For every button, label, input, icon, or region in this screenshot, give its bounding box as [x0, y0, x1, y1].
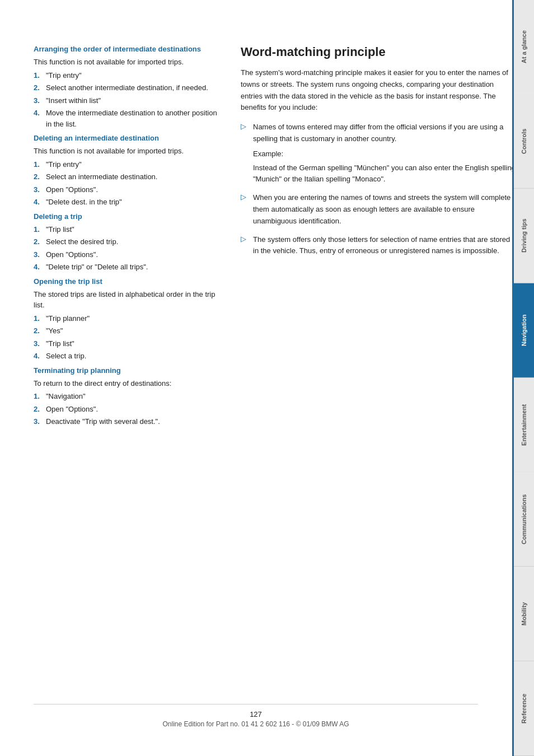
- step-text: "Navigation": [46, 391, 86, 402]
- step-text: Select another intermediate destination,…: [46, 82, 208, 94]
- step-num: 1.: [34, 70, 43, 81]
- step-num: 4.: [34, 351, 43, 362]
- step-num: 2.: [34, 404, 43, 415]
- section-terminating: Terminating trip planning To return to t…: [34, 366, 224, 427]
- steps-deleting-intermediate: 1."Trip entry" 2.Select an intermediate …: [34, 159, 224, 208]
- steps-arranging: 1."Trip entry" 2.Select another intermed…: [34, 70, 224, 130]
- bullet-item-3: ▷ The system offers only those letters f…: [241, 234, 517, 258]
- steps-terminating: 1."Navigation" 2.Open "Options". 3.Deact…: [34, 391, 224, 427]
- step-text: Deactivate "Trip with several dest.".: [46, 416, 160, 427]
- step-num: 3.: [34, 95, 43, 106]
- tab-label: Navigation: [521, 314, 527, 346]
- tab-communications[interactable]: Communications: [514, 472, 534, 567]
- tab-reference[interactable]: Reference: [514, 661, 534, 756]
- tab-at-a-glance[interactable]: At a glance: [514, 0, 534, 94]
- bullet-arrow-icon: ▷: [241, 235, 249, 243]
- tab-label: Communications: [521, 494, 527, 544]
- step-text: "Trip list": [46, 338, 74, 349]
- step-num: 3.: [34, 416, 43, 427]
- tab-label: Entertainment: [521, 404, 527, 445]
- step-text: "Trip list": [46, 224, 74, 235]
- step-num: 1.: [34, 391, 43, 402]
- step-num: 3.: [34, 184, 43, 195]
- sidebar-tabs: At a glance Controls Driving tips Naviga…: [514, 0, 534, 756]
- step-num: 4.: [34, 108, 43, 129]
- step-text: "Delete dest. in the trip": [46, 197, 122, 208]
- tab-driving-tips[interactable]: Driving tips: [514, 189, 534, 283]
- example-text: Instead of the German spelling "München"…: [253, 162, 517, 186]
- step-num: 2.: [34, 171, 43, 183]
- section-title-deleting-trip: Deleting a trip: [34, 212, 224, 221]
- step-text: Open "Options".: [46, 184, 98, 195]
- tab-label: Controls: [521, 128, 527, 153]
- bullet-text-3: The system offers only those letters for…: [253, 234, 517, 258]
- step-text: Open "Options".: [46, 249, 98, 260]
- bullet-item-2: ▷ When you are entering the names of tow…: [241, 192, 517, 227]
- tab-mobility[interactable]: Mobility: [514, 567, 534, 661]
- steps-opening-trip: 1."Trip planner" 2."Yes" 3."Trip list" 4…: [34, 313, 224, 362]
- tab-label: Driving tips: [521, 218, 527, 253]
- step-text: Select the desired trip.: [46, 236, 118, 248]
- list-item: 4.Select a trip.: [34, 351, 224, 362]
- section-body-opening-trip: The stored trips are listed in alphabeti…: [34, 289, 224, 311]
- step-text: "Yes": [46, 325, 63, 337]
- steps-deleting-trip: 1."Trip list" 2.Select the desired trip.…: [34, 224, 224, 273]
- list-item: 2.Select another intermediate destinatio…: [34, 82, 224, 94]
- section-arranging: Arranging the order of intermediate dest…: [34, 45, 224, 129]
- section-title-opening-trip: Opening the trip list: [34, 277, 224, 286]
- section-body-arranging: This function is not available for impor…: [34, 57, 224, 68]
- tab-entertainment[interactable]: Entertainment: [514, 378, 534, 473]
- list-item: 3.Deactivate "Trip with several dest.".: [34, 416, 224, 427]
- footer-text: Online Edition for Part no. 01 41 2 602 …: [34, 720, 478, 728]
- list-item: 4."Delete dest. in the trip": [34, 197, 224, 208]
- page-footer: 127 Online Edition for Part no. 01 41 2 …: [34, 704, 478, 739]
- step-text: "Trip entry": [46, 159, 82, 170]
- list-item: 2."Yes": [34, 325, 224, 337]
- list-item: 3.Open "Options".: [34, 184, 224, 195]
- step-num: 2.: [34, 82, 43, 94]
- section-title-terminating: Terminating trip planning: [34, 366, 224, 375]
- step-num: 4.: [34, 262, 43, 273]
- list-item: 2.Select an intermediate destination.: [34, 171, 224, 183]
- section-body-deleting-intermediate: This function is not available for impor…: [34, 146, 224, 157]
- list-item: 3."Trip list": [34, 338, 224, 349]
- section-deleting-intermediate: Deleting an intermediate destination Thi…: [34, 134, 224, 208]
- list-item: 1."Trip entry": [34, 70, 224, 81]
- list-item: 1."Trip list": [34, 224, 224, 235]
- section-deleting-trip: Deleting a trip 1."Trip list" 2.Select t…: [34, 212, 224, 273]
- step-num: 1.: [34, 313, 43, 324]
- list-item: 2.Open "Options".: [34, 404, 224, 415]
- tab-navigation[interactable]: Navigation: [514, 283, 534, 378]
- step-text: Move the intermediate destination to ano…: [46, 108, 224, 129]
- bullet-text-1: Names of towns entered may differ from t…: [253, 122, 517, 185]
- tab-label: At a glance: [521, 31, 527, 64]
- left-column: Arranging the order of intermediate dest…: [34, 45, 224, 722]
- step-num: 2.: [34, 236, 43, 248]
- section-title-arranging: Arranging the order of intermediate dest…: [34, 45, 224, 53]
- list-item: 1."Trip planner": [34, 313, 224, 324]
- right-column: Word-matching principle The system's wor…: [241, 45, 517, 722]
- step-text: Select a trip.: [46, 351, 86, 362]
- tab-label: Mobility: [521, 602, 527, 626]
- step-text: "Delete trip" or "Delete all trips".: [46, 262, 148, 273]
- tab-label: Reference: [521, 693, 527, 723]
- list-item: 2.Select the desired trip.: [34, 236, 224, 248]
- right-intro: The system's word-matching principle mak…: [241, 67, 517, 114]
- list-item: 1."Navigation": [34, 391, 224, 402]
- step-num: 4.: [34, 197, 43, 208]
- bullet-arrow-icon: ▷: [241, 122, 249, 130]
- section-title-deleting-intermediate: Deleting an intermediate destination: [34, 134, 224, 142]
- list-item: 4.Move the intermediate destination to a…: [34, 108, 224, 129]
- list-item: 4."Delete trip" or "Delete all trips".: [34, 262, 224, 273]
- right-heading: Word-matching principle: [241, 45, 517, 59]
- step-num: 3.: [34, 338, 43, 349]
- page-number: 127: [34, 710, 478, 718]
- step-num: 2.: [34, 325, 43, 337]
- bullet-item-1: ▷ Names of towns entered may differ from…: [241, 122, 517, 185]
- step-text: "Trip planner": [46, 313, 90, 324]
- example-label: Example:: [253, 148, 517, 160]
- step-num: 1.: [34, 224, 43, 235]
- tab-controls[interactable]: Controls: [514, 94, 534, 189]
- bullet-arrow-icon: ▷: [241, 193, 249, 201]
- step-text: "Insert within list": [46, 95, 101, 106]
